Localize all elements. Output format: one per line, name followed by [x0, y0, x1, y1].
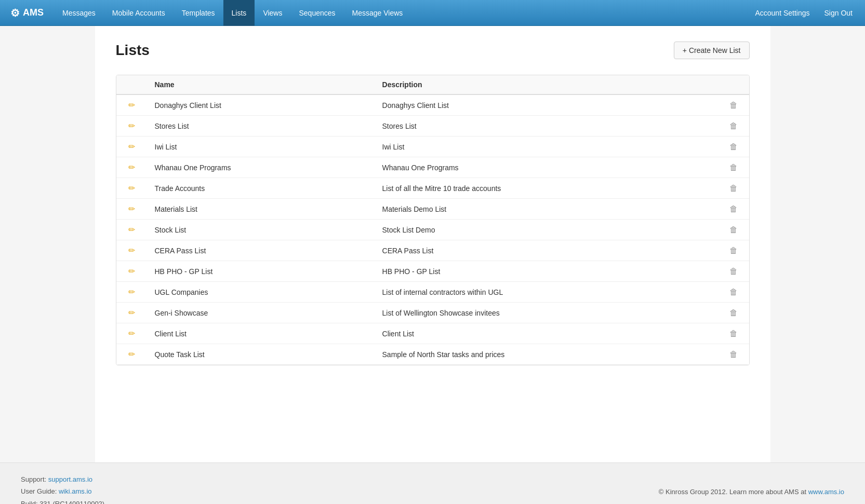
account-settings-link[interactable]: Account Settings [748, 0, 817, 26]
table-header-row: Name Description [116, 75, 749, 94]
create-new-list-button[interactable]: + Create New List [674, 42, 750, 59]
nav-item-messages[interactable]: Messages [54, 0, 104, 26]
delete-icon[interactable]: 🗑 [729, 121, 738, 130]
delete-icon[interactable]: 🗑 [729, 184, 738, 193]
list-description: Stores List [375, 116, 718, 137]
list-name: Trade Accounts [148, 178, 375, 199]
nav-link-sequences[interactable]: Sequences [290, 0, 343, 26]
main-content: Lists + Create New List Name Description… [95, 26, 770, 462]
edit-icon[interactable]: ✏ [128, 205, 135, 213]
lists-table-container: Name Description ✏Donaghys Client ListDo… [116, 75, 750, 365]
edit-cell: ✏ [116, 220, 148, 240]
delete-icon[interactable]: 🗑 [729, 288, 738, 296]
edit-icon[interactable]: ✏ [128, 121, 135, 130]
delete-icon[interactable]: 🗑 [729, 205, 738, 213]
col-header-actions [718, 75, 749, 94]
list-description: Whanau One Programs [375, 157, 718, 178]
navbar-right: Account Settings Sign Out [748, 0, 860, 26]
nav-item-views[interactable]: Views [255, 0, 290, 26]
edit-icon[interactable]: ✏ [128, 163, 135, 172]
delete-cell: 🗑 [718, 282, 749, 303]
edit-cell: ✏ [116, 323, 148, 344]
edit-icon[interactable]: ✏ [128, 184, 135, 193]
footer: Support: support.ams.io User Guide: wiki… [0, 462, 865, 504]
edit-icon[interactable]: ✏ [128, 350, 135, 359]
list-name: Quote Task List [148, 344, 375, 365]
nav-link-mobile-accounts[interactable]: Mobile Accounts [104, 0, 174, 26]
table-row: ✏Quote Task ListSample of North Star tas… [116, 344, 749, 365]
ams-link[interactable]: www.ams.io [808, 488, 844, 496]
nav-item-sequences[interactable]: Sequences [290, 0, 343, 26]
list-description: Client List [375, 323, 718, 344]
edit-icon[interactable]: ✏ [128, 288, 135, 296]
nav-item-message-views[interactable]: Message Views [344, 0, 411, 26]
delete-cell: 🗑 [718, 344, 749, 365]
list-name: Gen-i Showcase [148, 303, 375, 323]
list-name: Whanau One Programs [148, 157, 375, 178]
brand-name: AMS [23, 7, 44, 18]
col-header-name: Name [148, 75, 375, 94]
brand-link[interactable]: ⚙ AMS [5, 7, 49, 19]
table-row: ✏Iwi ListIwi List🗑 [116, 137, 749, 157]
delete-cell: 🗑 [718, 94, 749, 116]
edit-cell: ✏ [116, 157, 148, 178]
edit-icon[interactable]: ✏ [128, 329, 135, 338]
nav-link-templates[interactable]: Templates [174, 0, 223, 26]
edit-cell: ✏ [116, 261, 148, 282]
delete-icon[interactable]: 🗑 [729, 267, 738, 276]
delete-icon[interactable]: 🗑 [729, 329, 738, 338]
edit-cell: ✏ [116, 344, 148, 365]
footer-left: Support: support.ams.io User Guide: wiki… [21, 473, 104, 504]
list-description: Donaghys Client List [375, 94, 718, 116]
support-link[interactable]: support.ams.io [48, 475, 92, 483]
delete-cell: 🗑 [718, 157, 749, 178]
support-label: Support: [21, 475, 48, 483]
footer-right: © Kinross Group 2012. Learn more about A… [659, 488, 844, 496]
delete-cell: 🗑 [718, 220, 749, 240]
nav-link-views[interactable]: Views [255, 0, 290, 26]
list-name: Iwi List [148, 137, 375, 157]
delete-icon[interactable]: 🗑 [729, 308, 738, 317]
edit-icon[interactable]: ✏ [128, 246, 135, 255]
delete-icon[interactable]: 🗑 [729, 163, 738, 172]
edit-cell: ✏ [116, 282, 148, 303]
delete-icon[interactable]: 🗑 [729, 225, 738, 234]
list-description: Materials Demo List [375, 199, 718, 220]
edit-icon[interactable]: ✏ [128, 308, 135, 317]
nav-link-lists[interactable]: Lists [223, 0, 255, 26]
nav-link-message-views[interactable]: Message Views [344, 0, 411, 26]
footer-userguide: User Guide: wiki.ams.io [21, 485, 104, 497]
delete-cell: 🗑 [718, 199, 749, 220]
list-name: CERA Pass List [148, 240, 375, 261]
table-row: ✏HB PHO - GP ListHB PHO - GP List🗑 [116, 261, 749, 282]
delete-icon[interactable]: 🗑 [729, 101, 738, 110]
sign-out-link[interactable]: Sign Out [817, 0, 860, 26]
list-description: Iwi List [375, 137, 718, 157]
edit-icon[interactable]: ✏ [128, 101, 135, 110]
delete-cell: 🗑 [718, 323, 749, 344]
userguide-link[interactable]: wiki.ams.io [59, 487, 92, 495]
delete-icon[interactable]: 🗑 [729, 246, 738, 255]
delete-icon[interactable]: 🗑 [729, 350, 738, 359]
list-name: Stores List [148, 116, 375, 137]
edit-icon[interactable]: ✏ [128, 225, 135, 234]
edit-icon[interactable]: ✏ [128, 142, 135, 151]
navbar: ⚙ AMS Messages Mobile Accounts Templates… [0, 0, 865, 26]
nav-item-lists[interactable]: Lists [223, 0, 255, 26]
list-description: CERA Pass List [375, 240, 718, 261]
nav-item-mobile-accounts[interactable]: Mobile Accounts [104, 0, 174, 26]
userguide-label: User Guide: [21, 487, 59, 495]
delete-cell: 🗑 [718, 137, 749, 157]
edit-cell: ✏ [116, 178, 148, 199]
list-name: UGL Companies [148, 282, 375, 303]
edit-icon[interactable]: ✏ [128, 267, 135, 276]
nav-item-templates[interactable]: Templates [174, 0, 223, 26]
list-name: Donaghys Client List [148, 94, 375, 116]
table-header: Name Description [116, 75, 749, 94]
list-description: HB PHO - GP List [375, 261, 718, 282]
footer-support: Support: support.ams.io [21, 473, 104, 485]
delete-icon[interactable]: 🗑 [729, 142, 738, 151]
page-header: Lists + Create New List [116, 42, 750, 59]
table-row: ✏Materials ListMaterials Demo List🗑 [116, 199, 749, 220]
nav-link-messages[interactable]: Messages [54, 0, 104, 26]
